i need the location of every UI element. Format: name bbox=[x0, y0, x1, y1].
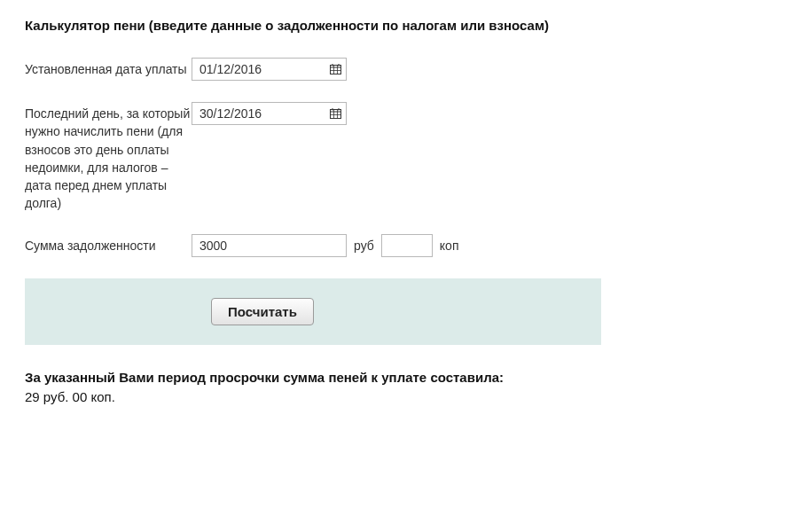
unit-rub: руб bbox=[354, 239, 374, 253]
result-lead: За указанный Вами период просрочки сумма… bbox=[25, 370, 504, 385]
label-due-date: Установленная дата уплаты bbox=[25, 58, 192, 78]
label-amount: Сумма задолженности bbox=[25, 234, 192, 254]
submit-bar: Посчитать bbox=[25, 278, 601, 345]
control-due-date bbox=[192, 58, 347, 81]
page-title: Калькулятор пени (введите данные о задол… bbox=[25, 18, 773, 33]
input-due-date[interactable] bbox=[192, 58, 347, 81]
row-amount: Сумма задолженности руб коп bbox=[25, 234, 773, 257]
control-last-day bbox=[192, 102, 347, 125]
control-amount: руб коп bbox=[192, 234, 458, 257]
date-wrap-last bbox=[192, 102, 347, 125]
input-amount-kop[interactable] bbox=[381, 234, 433, 257]
input-last-day[interactable] bbox=[192, 102, 347, 125]
row-due-date: Установленная дата уплаты bbox=[25, 58, 773, 81]
input-amount-rub[interactable] bbox=[192, 234, 347, 257]
label-last-day: Последний день, за который нужно начисли… bbox=[25, 102, 192, 213]
result-text: За указанный Вами период просрочки сумма… bbox=[25, 368, 521, 407]
calculate-button[interactable]: Посчитать bbox=[211, 298, 314, 325]
unit-kop: коп bbox=[440, 239, 459, 253]
row-last-day: Последний день, за который нужно начисли… bbox=[25, 102, 773, 213]
result-value: 29 руб. 00 коп. bbox=[25, 389, 115, 404]
date-wrap-due bbox=[192, 58, 347, 81]
